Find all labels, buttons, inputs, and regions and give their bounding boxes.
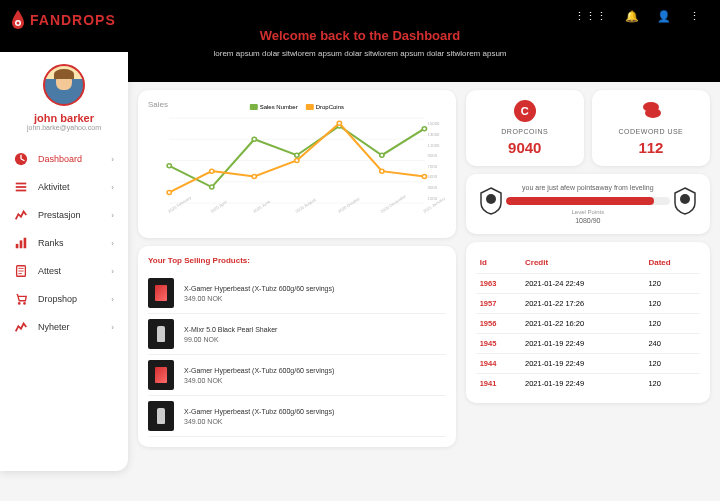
chevron-right-icon: › <box>111 211 114 220</box>
svg-text:3000: 3000 <box>428 185 438 190</box>
svg-text:2020 October: 2020 October <box>337 196 361 214</box>
cell-id: 1957 <box>476 294 521 314</box>
cell-id: 1941 <box>476 374 521 394</box>
svg-point-32 <box>167 190 171 194</box>
sidebar-item-dashboard[interactable]: Dashboard› <box>0 145 128 173</box>
svg-rect-6 <box>16 244 19 248</box>
cell-dated: 120 <box>644 274 700 294</box>
codeword-label: CODEWORD USE <box>602 128 700 135</box>
nav-label: Aktivitet <box>38 182 111 192</box>
product-name: X-Gamer Hyperbeast (X-Tubz 600g/60 servi… <box>184 285 446 292</box>
sidebar-item-nyheter[interactable]: Nyheter› <box>0 313 128 341</box>
svg-text:2020 February: 2020 February <box>167 194 193 213</box>
credits-table: IdCreditDated 19632021-01-24 22:49120195… <box>476 252 700 393</box>
codeword-card: CODEWORD USE 112 <box>592 90 710 166</box>
svg-point-10 <box>18 302 21 305</box>
cell-credit: 2021-01-24 22:49 <box>521 274 644 294</box>
table-row[interactable]: 19632021-01-24 22:49120 <box>476 274 700 294</box>
nav-icon <box>14 320 28 334</box>
grid-icon[interactable]: ⋮⋮⋮ <box>574 10 607 23</box>
sales-chart-card: Sales Sales NumberDropCoins 100030005000… <box>138 90 456 238</box>
user-icon[interactable]: 👤 <box>657 10 671 23</box>
svg-text:7000: 7000 <box>428 164 438 169</box>
table-header: Dated <box>644 252 700 274</box>
table-row[interactable]: 19442021-01-19 22:49120 <box>476 354 700 374</box>
table-header: Id <box>476 252 521 274</box>
top-products-card: Your Top Selling Products: X-Gamer Hyper… <box>138 246 456 447</box>
svg-rect-8 <box>24 238 27 249</box>
table-row[interactable]: 19452021-01-19 22:49240 <box>476 334 700 354</box>
svg-point-30 <box>380 153 384 157</box>
level-points: 1080/90 <box>476 217 700 224</box>
sidebar-item-prestasjon[interactable]: Prestasjon› <box>0 201 128 229</box>
sales-chart: 100030005000700090001100013000150002020 … <box>148 113 446 223</box>
nav-label: Nyheter <box>38 322 111 332</box>
cell-id: 1944 <box>476 354 521 374</box>
nav-label: Dropshop <box>38 294 111 304</box>
dropcoins-value: 9040 <box>476 139 574 156</box>
chart-legend: Sales NumberDropCoins <box>250 104 344 110</box>
bell-icon[interactable]: 🔔 <box>625 10 639 23</box>
dropcoins-label: DROPCOINS <box>476 128 574 135</box>
sidebar-item-aktivitet[interactable]: Aktivitet› <box>0 173 128 201</box>
nav-icon <box>14 292 28 306</box>
badge-left-icon <box>478 186 504 216</box>
nav-icon <box>14 264 28 278</box>
product-price: 349.00 NOK <box>184 418 446 425</box>
product-row[interactable]: X-Mixr 5.0 Black Pearl Shaker99.00 NOK <box>148 314 446 355</box>
product-name: X-Mixr 5.0 Black Pearl Shaker <box>184 326 446 333</box>
svg-rect-3 <box>16 183 27 185</box>
chevron-right-icon: › <box>111 239 114 248</box>
badge-right-icon <box>672 186 698 216</box>
stats-row: C DROPCOINS 9040 CODEWORD USE 112 <box>466 90 710 166</box>
svg-text:2020 June: 2020 June <box>252 199 272 214</box>
sidebar-item-attest[interactable]: Attest› <box>0 257 128 285</box>
user-email: john.barke@yahoo.com <box>0 124 128 131</box>
table-row[interactable]: 19412021-01-19 22:49120 <box>476 374 700 394</box>
nav-icon <box>14 152 28 166</box>
svg-rect-5 <box>16 190 27 192</box>
sidebar-item-ranks[interactable]: Ranks› <box>0 229 128 257</box>
chevron-right-icon: › <box>111 155 114 164</box>
table-header: Credit <box>521 252 644 274</box>
avatar[interactable] <box>43 64 85 106</box>
dropcoins-icon: C <box>514 100 536 122</box>
product-row[interactable]: X-Gamer Hyperbeast (X-Tubz 600g/60 servi… <box>148 273 446 314</box>
svg-text:11000: 11000 <box>428 143 441 148</box>
svg-point-37 <box>380 169 384 173</box>
header-toolbar: ⋮⋮⋮ 🔔 👤 ⋮ <box>574 10 700 23</box>
cell-dated: 120 <box>644 374 700 394</box>
credits-table-card: IdCreditDated 19632021-01-24 22:49120195… <box>466 242 710 403</box>
svg-text:2020 December: 2020 December <box>380 193 408 214</box>
sidebar: john barker john.barke@yahoo.com Dashboa… <box>0 52 128 471</box>
table-row[interactable]: 19572021-01-22 17:26120 <box>476 294 700 314</box>
level-text: you are just afew pointsaway from leveli… <box>476 184 700 191</box>
product-price: 349.00 NOK <box>184 295 446 302</box>
user-name: john barker <box>0 112 128 124</box>
svg-point-47 <box>680 194 690 204</box>
level-bar <box>506 197 670 205</box>
codeword-value: 112 <box>602 139 700 156</box>
cell-id: 1956 <box>476 314 521 334</box>
nav-label: Ranks <box>38 238 111 248</box>
product-row[interactable]: X-Gamer Hyperbeast (X-Tubz 600g/60 servi… <box>148 396 446 437</box>
legend-item: DropCoins <box>306 104 344 110</box>
level-card: you are just afew pointsaway from leveli… <box>466 174 710 234</box>
table-row[interactable]: 19562021-01-22 16:20120 <box>476 314 700 334</box>
svg-text:2020 April: 2020 April <box>209 200 227 214</box>
nav-icon <box>14 208 28 222</box>
legend-item: Sales Number <box>250 104 298 110</box>
cell-id: 1963 <box>476 274 521 294</box>
sidebar-item-dropshop[interactable]: Dropshop› <box>0 285 128 313</box>
svg-point-38 <box>422 174 426 178</box>
product-name: X-Gamer Hyperbeast (X-Tubz 600g/60 servi… <box>184 408 446 415</box>
product-image <box>148 319 174 349</box>
logo[interactable]: FANDROPS <box>10 10 116 30</box>
product-row[interactable]: X-Gamer Hyperbeast (X-Tubz 600g/60 servi… <box>148 355 446 396</box>
svg-point-1 <box>17 22 20 25</box>
svg-point-36 <box>337 121 341 125</box>
level-sublabel: Level Points <box>476 209 700 215</box>
cell-credit: 2021-01-22 16:20 <box>521 314 644 334</box>
more-icon[interactable]: ⋮ <box>689 10 700 23</box>
chevron-right-icon: › <box>111 295 114 304</box>
